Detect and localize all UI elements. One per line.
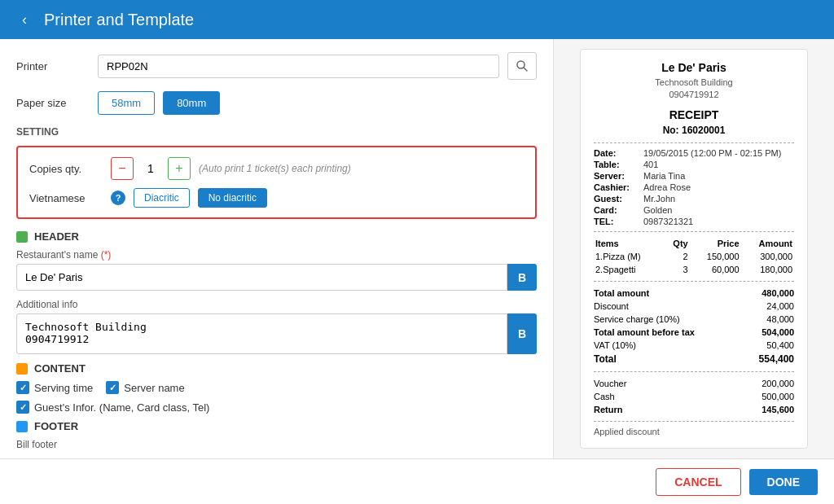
receipt-service-charge-row: Service charge (10%) 48,000 bbox=[594, 313, 794, 326]
receipt-server-label: Server: bbox=[594, 171, 639, 181]
content-section-header: CONTENT bbox=[16, 362, 537, 375]
paper-size-80mm[interactable]: 80mm bbox=[163, 91, 220, 115]
vat-value: 50,400 bbox=[766, 340, 794, 350]
serving-time-checkbox[interactable] bbox=[16, 381, 29, 394]
discount-label: Discount bbox=[594, 301, 629, 311]
diacritic-button[interactable]: Diacritic bbox=[134, 188, 190, 208]
receipt-voucher-row: Voucher 200,000 bbox=[594, 377, 794, 390]
search-button[interactable] bbox=[507, 52, 537, 80]
vat-label: VAT (10%) bbox=[594, 340, 636, 350]
cash-label: Cash bbox=[594, 392, 615, 401]
receipt-divider-3 bbox=[594, 281, 794, 282]
receipt-no-label: No: bbox=[663, 125, 679, 136]
total-before-tax-value: 504,000 bbox=[762, 327, 794, 337]
receipt-col-items: Items bbox=[594, 237, 664, 250]
serving-time-checkbox-item: Serving time bbox=[16, 381, 93, 394]
receipt-items-table: Items Qty Price Amount 1.Pizza (M) 2 150… bbox=[594, 237, 794, 276]
discount-value: 24,000 bbox=[766, 301, 794, 311]
content-color-indicator bbox=[16, 363, 28, 375]
done-button[interactable]: DONE bbox=[749, 469, 818, 495]
receipt-table-label: Table: bbox=[594, 160, 639, 169]
total-before-tax-label: Total amount before tax bbox=[594, 327, 695, 337]
server-name-checkbox[interactable] bbox=[106, 381, 119, 394]
cancel-button[interactable]: CANCEL bbox=[656, 468, 740, 496]
receipt-card-row: Card: Golden bbox=[594, 205, 794, 215]
server-name-checkbox-item: Server name bbox=[106, 381, 184, 394]
top-bar: ‹ Printer and Template bbox=[0, 0, 834, 39]
receipt-preview: Le De' Paris Technosoft Building 0904719… bbox=[580, 49, 808, 449]
additional-info-bold-button[interactable]: B bbox=[507, 313, 537, 354]
serving-time-label: Serving time bbox=[34, 382, 93, 394]
receipt-building: Technosoft Building bbox=[594, 77, 794, 89]
receipt-restaurant-name: Le De' Paris bbox=[594, 61, 794, 74]
service-charge-label: Service charge (10%) bbox=[594, 314, 680, 324]
required-star: (*) bbox=[101, 249, 112, 261]
item-1-amount: 300,000 bbox=[741, 250, 794, 263]
vietnamese-label: Vietnamese bbox=[29, 192, 103, 204]
additional-info-input-row: Technosoft Building 0904719912 B bbox=[16, 313, 537, 354]
copies-stepper: − 1 + bbox=[111, 157, 191, 180]
restaurant-name-input-row: B bbox=[16, 264, 537, 291]
receipt-no: No: 16020001 bbox=[594, 125, 794, 136]
item-1-name: 1.Pizza (M) bbox=[594, 250, 664, 263]
back-button[interactable]: ‹ bbox=[13, 8, 36, 31]
restaurant-name-bold-button[interactable]: B bbox=[507, 264, 537, 291]
return-label: Return bbox=[594, 405, 622, 414]
receipt-card-value: Golden bbox=[643, 205, 672, 215]
receipt-col-price: Price bbox=[690, 237, 741, 250]
no-diacritic-button[interactable]: No diacritic bbox=[198, 188, 267, 208]
header-color-indicator bbox=[16, 231, 28, 243]
guests-info-checkbox[interactable] bbox=[16, 401, 29, 414]
restaurant-name-label: Restaurant's name (*) bbox=[16, 249, 537, 261]
copies-label: Copies qty. bbox=[29, 163, 103, 175]
header-section-header: HEADER bbox=[16, 230, 537, 243]
total-amount-value: 480,000 bbox=[762, 288, 794, 298]
receipt-divider-1 bbox=[594, 142, 794, 143]
content-section-label: CONTENT bbox=[34, 362, 86, 375]
receipt-date-value: 19/05/2015 (12:00 PM - 02:15 PM) bbox=[643, 148, 781, 158]
receipt-date-row: Date: 19/05/2015 (12:00 PM - 02:15 PM) bbox=[594, 148, 794, 158]
help-icon[interactable]: ? bbox=[111, 191, 125, 205]
receipt-return-row: Return 145,600 bbox=[594, 403, 794, 416]
paper-size-label: Paper size bbox=[16, 97, 90, 109]
restaurant-name-field: Restaurant's name (*) B bbox=[16, 249, 537, 291]
receipt-table-header-row: Items Qty Price Amount bbox=[594, 237, 794, 250]
paper-size-58mm[interactable]: 58mm bbox=[98, 91, 155, 115]
receipt-col-qty: Qty bbox=[664, 237, 690, 250]
copies-value: 1 bbox=[138, 162, 163, 175]
receipt-table-row: Table: 401 bbox=[594, 160, 794, 169]
bottom-bar: CANCEL DONE bbox=[0, 458, 834, 504]
svg-line-1 bbox=[524, 68, 527, 71]
total-value: 554,400 bbox=[759, 353, 794, 365]
receipt-item-row: 1.Pizza (M) 2 150,000 300,000 bbox=[594, 250, 794, 263]
content-checkboxes-row1: Serving time Server name bbox=[16, 381, 537, 394]
restaurant-name-input[interactable] bbox=[16, 264, 507, 291]
total-amount-label: Total amount bbox=[594, 288, 649, 298]
vietnamese-row: Vietnamese ? Diacritic No diacritic bbox=[29, 188, 524, 208]
receipt-cash-row: Cash 500,000 bbox=[594, 390, 794, 403]
receipt-divider-5 bbox=[594, 421, 794, 422]
bill-footer-label: Bill footer bbox=[16, 439, 537, 450]
item-2-qty: 3 bbox=[664, 263, 690, 276]
receipt-date-label: Date: bbox=[594, 148, 639, 158]
printer-input[interactable] bbox=[98, 55, 499, 78]
item-1-price: 150,000 bbox=[690, 250, 741, 263]
left-panel: Printer Paper size 58mm 80mm SETTING Cop… bbox=[0, 39, 554, 458]
printer-label: Printer bbox=[16, 60, 90, 72]
receipt-total-before-tax-row: Total amount before tax 504,000 bbox=[594, 326, 794, 339]
copies-minus-button[interactable]: − bbox=[111, 157, 134, 180]
receipt-divider-2 bbox=[594, 231, 794, 232]
receipt-item-row: 2.Spagetti 3 60,000 180,000 bbox=[594, 263, 794, 276]
receipt-tel-row: TEL: 0987321321 bbox=[594, 217, 794, 226]
additional-info-input[interactable]: Technosoft Building 0904719912 bbox=[16, 313, 507, 354]
voucher-label: Voucher bbox=[594, 379, 626, 388]
copies-plus-button[interactable]: + bbox=[168, 157, 191, 180]
receipt-server-row: Server: Maria Tina bbox=[594, 171, 794, 181]
receipt-discount-row: Discount 24,000 bbox=[594, 300, 794, 313]
receipt-cashier-label: Cashier: bbox=[594, 182, 639, 192]
receipt-tel-value: 0987321321 bbox=[643, 217, 693, 226]
total-label: Total bbox=[594, 353, 617, 365]
receipt-cashier-value: Adrea Rose bbox=[643, 182, 691, 192]
receipt-table-value: 401 bbox=[643, 160, 658, 169]
footer-section-label: FOOTER bbox=[34, 420, 78, 432]
